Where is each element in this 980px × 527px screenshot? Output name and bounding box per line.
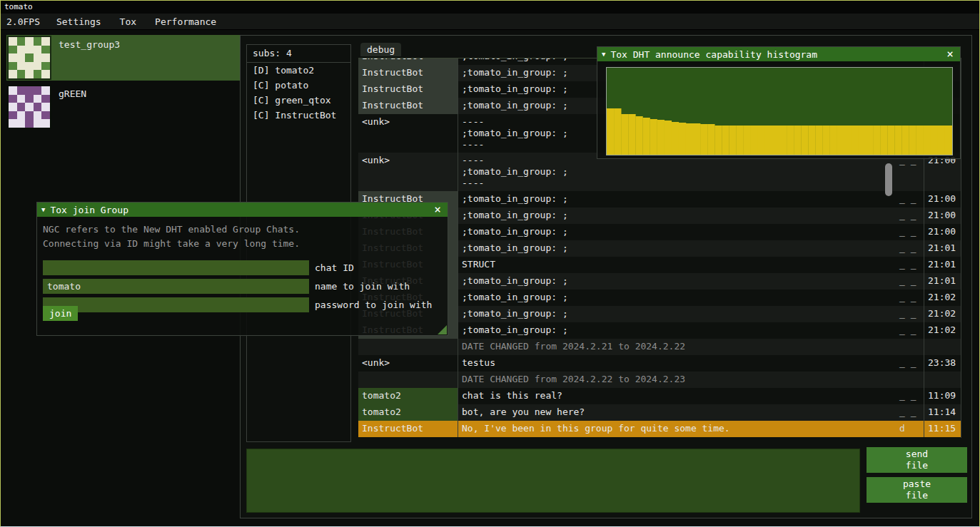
time-cell: 11:14: [924, 404, 961, 421]
flags-cell: [896, 339, 924, 355]
message-cell: ;tomato_in_group: ;: [458, 273, 896, 290]
sender-cell: InstructBot: [358, 65, 458, 81]
flags-cell: _ _: [896, 355, 924, 372]
window-title: tomato: [4, 2, 33, 11]
sender-cell: InstructBot: [358, 421, 458, 437]
flags-cell: _ _: [896, 306, 924, 322]
group-item-green[interactable]: gREEN: [6, 84, 240, 130]
flags-cell: _ _: [896, 290, 924, 306]
chat-row[interactable]: InstructBot;tomato_in_group: ;_ _21:00: [358, 208, 961, 224]
message-cell: ;tomato_in_group: ;: [458, 290, 896, 306]
time-cell: 21:01: [924, 257, 961, 273]
menu-item-settings[interactable]: Settings: [47, 14, 111, 29]
sender-cell: <unk>: [358, 114, 458, 153]
time-cell: 21:02: [924, 290, 961, 306]
chat-row[interactable]: InstructBotSTRUCT_ _21:01: [358, 257, 961, 273]
flags-cell: _ _: [896, 273, 924, 290]
chat-row[interactable]: InstructBot;tomato_in_group: ;_ _21:02: [358, 290, 961, 306]
menu-item-tox[interactable]: Tox: [111, 14, 146, 29]
chat-row[interactable]: InstructBot;tomato_in_group: ;_ _21:01: [358, 240, 961, 257]
message-cell: testus: [458, 355, 896, 372]
flags-cell: _ _: [896, 224, 924, 240]
paste-file-button[interactable]: paste file: [867, 477, 967, 503]
sender-cell: InstructBot: [358, 58, 458, 65]
send-file-button[interactable]: send file: [867, 447, 967, 473]
subs-count: subs: 4: [247, 45, 350, 63]
histogram-titlebar[interactable]: ▼ Tox DHT announce capability histogram …: [597, 47, 960, 61]
join-button[interactable]: join: [43, 306, 78, 321]
join-window-title: Tox join Group: [50, 205, 432, 215]
flags-cell: _ _: [896, 208, 924, 224]
member-list: [D] tomato2[C] potato[C] green_qtox[C] I…: [247, 63, 350, 123]
chat-row[interactable]: InstructBotNo, I've been in this group f…: [358, 421, 961, 437]
date-row: DATE CHANGED from 2024.2.21 to 2024.2.22: [358, 339, 961, 355]
chat-row[interactable]: <unk>testus_ _23:38: [358, 355, 961, 372]
join-input-0[interactable]: [43, 260, 309, 275]
chat-row[interactable]: InstructBot;tomato_in_group: ;_ _21:01: [358, 273, 961, 290]
menu-item-performance[interactable]: Performance: [146, 14, 226, 29]
group-item-test_group3[interactable]: test_group3: [6, 35, 240, 81]
sender-cell: tomato2: [358, 404, 458, 421]
date-row: DATE CHANGED from 2024.2.22 to 2024.2.23: [358, 372, 961, 388]
message-cell: No, I've been in this group for quite so…: [458, 421, 896, 437]
close-icon[interactable]: ×: [432, 203, 443, 216]
time-cell: 11:15: [924, 421, 961, 437]
chat-row[interactable]: tomato2bot, are you new here?_ _11:14: [358, 404, 961, 421]
collapse-arrow-icon[interactable]: ▼: [602, 51, 605, 58]
chat-scrollbar[interactable]: [885, 163, 892, 196]
message-cell: ;tomato_in_group: ;: [458, 306, 896, 322]
group-avatar: [7, 36, 51, 80]
tab-debug[interactable]: debug: [360, 43, 401, 56]
join-group-window: ▼ Tox join Group × NGC refers to the New…: [36, 202, 448, 336]
chat-row[interactable]: tomato2chat is this real?_ _11:09: [358, 388, 961, 404]
message-cell: bot, are you new here?: [458, 404, 896, 421]
flags-cell: d: [896, 421, 924, 437]
sender-cell: <unk>: [358, 153, 458, 191]
message-cell: STRUCT: [458, 257, 896, 273]
group-avatar: [7, 85, 51, 129]
time-cell: 11:09: [924, 388, 961, 404]
chat-row[interactable]: InstructBot;tomato_in_group: ;_ _21:02: [358, 306, 961, 322]
flags-cell: _ _: [896, 257, 924, 273]
time-cell: [924, 372, 961, 388]
menu-items: SettingsToxPerformance: [47, 14, 226, 29]
member-item[interactable]: [C] InstructBot: [247, 108, 350, 123]
date-changed-text: DATE CHANGED from 2024.2.21 to 2024.2.22: [458, 339, 896, 355]
message-cell: ;tomato_in_group: ;: [458, 208, 896, 224]
chat-row[interactable]: InstructBot;tomato_in_group: ;_ _21:02: [358, 322, 961, 339]
sender-cell: InstructBot: [358, 81, 458, 98]
os-titlebar[interactable]: tomato: [1, 1, 979, 14]
member-item[interactable]: [C] potato: [247, 78, 350, 93]
join-input-2[interactable]: [43, 297, 309, 312]
collapse-arrow-icon[interactable]: ▼: [41, 206, 45, 213]
time-cell: 21:00: [924, 224, 961, 240]
app-window: tomato 2.0FPS SettingsToxPerformance tes…: [0, 0, 980, 527]
message-cell: ;tomato_in_group: ;: [458, 322, 896, 339]
member-item[interactable]: [C] green_qtox: [247, 93, 350, 108]
message-cell: chat is this real?: [458, 388, 896, 404]
join-field-row: tomatoname to join with: [43, 277, 442, 295]
menubar: 2.0FPS SettingsToxPerformance: [1, 14, 979, 30]
time-cell: 21:02: [924, 322, 961, 339]
flags-cell: _ _: [896, 404, 924, 421]
join-input-1[interactable]: tomato: [43, 279, 309, 294]
fps-counter: 2.0FPS: [1, 14, 47, 29]
join-fields: chat IDtomatoname to join withpassword t…: [37, 251, 448, 314]
join-description: NGC refers to the New DHT enabled Group …: [37, 217, 448, 251]
flags-cell: _ _: [896, 322, 924, 339]
flags-cell: [896, 372, 924, 388]
join-field-label: name to join with: [315, 281, 410, 292]
join-titlebar[interactable]: ▼ Tox join Group ×: [37, 203, 448, 217]
member-item[interactable]: [D] tomato2: [247, 63, 350, 78]
histogram-window-title: Tox DHT announce capability histogram: [610, 49, 944, 60]
time-cell: 21:01: [924, 273, 961, 290]
chat-row[interactable]: InstructBot;tomato_in_group: ;_ _21:00: [358, 224, 961, 240]
sender-cell: tomato2: [358, 388, 458, 404]
chat-row[interactable]: InstructBot;tomato_in_group: ;_ _21:00: [358, 191, 961, 208]
resize-grip[interactable]: [438, 325, 447, 334]
close-icon[interactable]: ×: [944, 48, 956, 61]
message-cell: ;tomato_in_group: ;: [458, 224, 896, 240]
group-name: test_group3: [59, 36, 120, 80]
message-input[interactable]: [246, 449, 860, 513]
time-cell: 21:01: [924, 240, 961, 257]
